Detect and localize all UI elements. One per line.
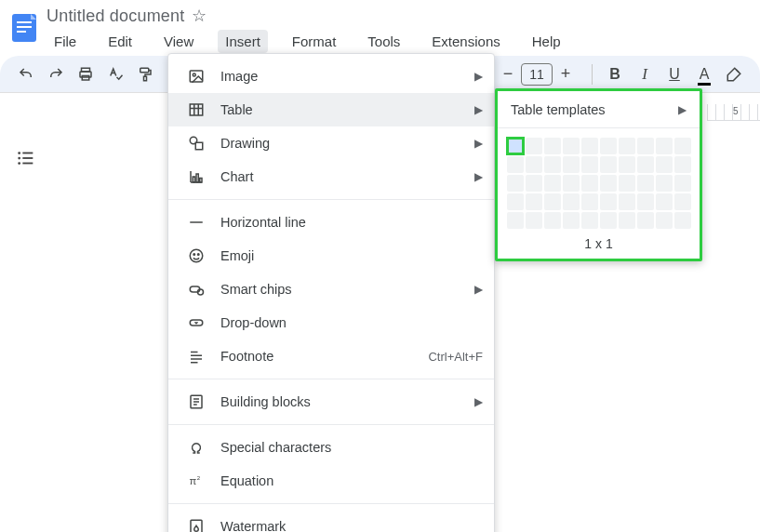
menu-file[interactable]: File [47, 30, 84, 53]
chevron-right-icon: ▶ [474, 395, 483, 408]
table-size-grid[interactable] [498, 128, 700, 233]
bold-button[interactable]: B [602, 61, 628, 87]
insert-emoji[interactable]: Emoji [168, 239, 494, 273]
highlight-button[interactable] [721, 61, 747, 87]
pi-icon: π2 [185, 472, 207, 489]
grid-cell[interactable] [674, 138, 691, 154]
insert-footnote[interactable]: FootnoteCtrl+Alt+F [168, 339, 494, 373]
insert-building-blocks[interactable]: Building blocks▶ [168, 385, 494, 419]
grid-cell[interactable] [563, 156, 580, 173]
grid-cell[interactable] [526, 138, 542, 154]
grid-cell[interactable] [563, 193, 580, 210]
doc-title[interactable]: Untitled document [47, 7, 184, 26]
menu-insert[interactable]: Insert [218, 30, 268, 53]
insert-drawing[interactable]: Drawing▶ [168, 126, 494, 160]
insert-smart-chips[interactable]: Smart chips▶ [168, 273, 494, 306]
insert-special-characters[interactable]: Special characters [168, 431, 494, 464]
grid-cell[interactable] [581, 193, 598, 210]
print-button[interactable] [73, 61, 99, 87]
grid-cell[interactable] [507, 193, 524, 210]
grid-cell[interactable] [544, 156, 561, 173]
paint-format-button[interactable] [132, 61, 158, 87]
header: Untitled document ☆ FileEditViewInsertFo… [0, 0, 760, 56]
grid-cell[interactable] [600, 156, 617, 173]
grid-cell[interactable] [544, 193, 561, 210]
grid-cell[interactable] [563, 175, 580, 192]
grid-cell[interactable] [526, 156, 542, 173]
font-size-increase[interactable]: + [554, 63, 577, 86]
grid-cell[interactable] [581, 212, 598, 229]
spellcheck-button[interactable] [102, 61, 128, 87]
grid-cell[interactable] [619, 156, 635, 173]
grid-cell[interactable] [674, 193, 691, 210]
menu-help[interactable]: Help [525, 30, 568, 53]
insert-watermark[interactable]: Watermark [168, 510, 494, 532]
blocks-icon [185, 393, 207, 410]
chevron-right-icon: ▶ [678, 103, 687, 116]
grid-cell[interactable] [506, 137, 525, 155]
grid-cell[interactable] [581, 138, 598, 154]
grid-cell[interactable] [674, 175, 691, 192]
grid-cell[interactable] [637, 138, 654, 154]
insert-chart[interactable]: Chart▶ [168, 160, 494, 193]
redo-button[interactable] [43, 61, 69, 87]
grid-cell[interactable] [656, 193, 673, 210]
italic-button[interactable]: I [632, 61, 658, 87]
grid-cell[interactable] [656, 175, 673, 192]
grid-cell[interactable] [637, 175, 654, 192]
star-icon[interactable]: ☆ [192, 6, 207, 26]
menu-extensions[interactable]: Extensions [424, 30, 507, 53]
grid-cell[interactable] [507, 212, 524, 229]
undo-button[interactable] [13, 61, 39, 87]
grid-cell[interactable] [544, 212, 561, 229]
svg-point-31 [198, 254, 200, 256]
grid-cell[interactable] [544, 175, 561, 192]
underline-button[interactable]: U [661, 61, 687, 87]
menu-format[interactable]: Format [285, 30, 344, 53]
grid-cell[interactable] [563, 138, 580, 154]
grid-cell[interactable] [581, 156, 598, 173]
grid-cell[interactable] [619, 212, 635, 229]
insert-image[interactable]: Image▶ [168, 60, 494, 93]
docs-logo[interactable] [6, 6, 43, 50]
grid-cell[interactable] [619, 193, 635, 210]
menu-tools[interactable]: Tools [360, 30, 407, 53]
insert-equation[interactable]: π2Equation [168, 464, 494, 498]
text-color-button[interactable]: A [691, 61, 717, 87]
insert-table[interactable]: Table▶ [168, 93, 494, 126]
menu-edit[interactable]: Edit [100, 30, 140, 53]
grid-cell[interactable] [637, 212, 654, 229]
grid-cell[interactable] [526, 193, 542, 210]
grid-cell[interactable] [674, 156, 691, 173]
grid-cell[interactable] [656, 156, 673, 173]
font-size-value[interactable]: 11 [521, 63, 553, 86]
svg-rect-3 [17, 31, 26, 33]
grid-cell[interactable] [637, 193, 654, 210]
grid-cell[interactable] [600, 212, 617, 229]
grid-cell[interactable] [674, 212, 691, 229]
insert-drop-down[interactable]: Drop-down [168, 306, 494, 339]
grid-cell[interactable] [600, 193, 617, 210]
grid-cell[interactable] [600, 175, 617, 192]
table-templates-item[interactable]: Table templates ▶ [498, 91, 700, 128]
menu-separator [168, 199, 494, 200]
grid-cell[interactable] [600, 138, 617, 154]
grid-cell[interactable] [656, 138, 673, 154]
grid-cell[interactable] [507, 175, 524, 192]
grid-cell[interactable] [526, 212, 542, 229]
svg-rect-8 [144, 76, 147, 81]
grid-cell[interactable] [619, 175, 635, 192]
font-size-decrease[interactable]: − [497, 63, 519, 86]
grid-cell[interactable] [581, 175, 598, 192]
grid-cell[interactable] [619, 138, 635, 154]
grid-cell[interactable] [637, 156, 654, 173]
insert-horizontal-line[interactable]: Horizontal line [168, 206, 494, 239]
grid-cell[interactable] [507, 156, 524, 173]
menu-view[interactable]: View [156, 30, 201, 53]
grid-cell[interactable] [563, 212, 580, 229]
grid-cell[interactable] [526, 175, 542, 192]
outline-button[interactable] [11, 143, 41, 173]
menu-item-label: Chart [220, 169, 474, 184]
grid-cell[interactable] [656, 212, 673, 229]
grid-cell[interactable] [544, 138, 561, 154]
